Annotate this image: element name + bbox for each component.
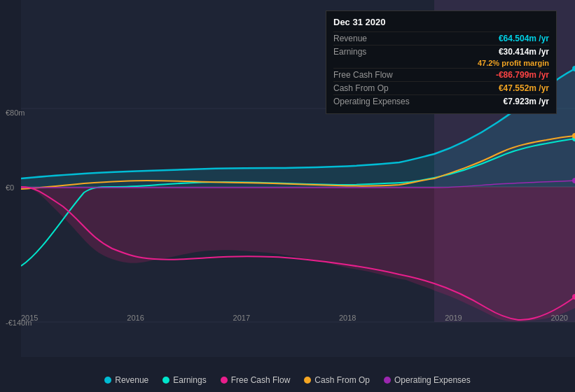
x-label-2015: 2015 <box>21 314 38 322</box>
x-label-2019: 2019 <box>445 314 462 322</box>
tooltip-value-margin: 47.2% profit margin <box>478 59 549 67</box>
legend-dot-cashop <box>304 377 311 384</box>
x-axis-labels: 2015 2016 2017 2018 2019 2020 <box>21 314 568 322</box>
tooltip-label-cashop: Cash From Op <box>333 83 389 93</box>
legend-dot-fcf <box>221 377 228 384</box>
legend-dot-opex <box>384 377 391 384</box>
legend-dot-revenue <box>104 377 111 384</box>
tooltip-label-earnings: Earnings <box>333 47 366 57</box>
tooltip-row-fcf: Free Cash Flow -€86.799m /yr <box>333 68 549 81</box>
y-label-0: €0 <box>6 183 14 192</box>
legend-label-fcf: Free Cash Flow <box>231 375 291 385</box>
legend-item-cashop[interactable]: Cash From Op <box>304 375 370 385</box>
tooltip-value-revenue: €64.504m /yr <box>499 34 549 43</box>
x-label-2020: 2020 <box>550 314 567 322</box>
legend-item-fcf[interactable]: Free Cash Flow <box>221 375 291 385</box>
y-label-80: €80m <box>6 108 25 117</box>
tooltip-value-fcf: -€86.799m /yr <box>496 70 549 80</box>
legend-item-opex[interactable]: Operating Expenses <box>384 375 471 385</box>
tooltip-row-earnings: Earnings €30.414m /yr <box>333 45 549 58</box>
x-label-2017: 2017 <box>233 314 250 322</box>
legend-dot-earnings <box>162 377 169 384</box>
legend: Revenue Earnings Free Cash Flow Cash Fro… <box>0 375 575 385</box>
tooltip-label-opex: Operating Expenses <box>333 97 410 106</box>
tooltip-row-revenue: Revenue €64.504m /yr <box>333 31 549 45</box>
chart-area: €80m €0 -€140m 2015 2016 2017 2018 2019 … <box>0 0 575 357</box>
tooltip-row-cashop: Cash From Op €47.552m /yr <box>333 81 549 94</box>
legend-label-revenue: Revenue <box>115 375 148 385</box>
tooltip-value-earnings: €30.414m /yr <box>499 47 549 57</box>
legend-item-earnings[interactable]: Earnings <box>162 375 206 385</box>
legend-item-revenue[interactable]: Revenue <box>104 375 148 385</box>
tooltip-row-margin: 47.2% profit margin <box>333 58 549 68</box>
tooltip-label-revenue: Revenue <box>333 34 367 43</box>
tooltip-box: Dec 31 2020 Revenue €64.504m /yr Earning… <box>326 10 557 114</box>
legend-label-cashop: Cash From Op <box>314 375 370 385</box>
x-label-2016: 2016 <box>127 314 144 322</box>
tooltip-value-cashop: €47.552m /yr <box>499 83 549 93</box>
tooltip-title: Dec 31 2020 <box>333 17 549 27</box>
tooltip-row-opex: Operating Expenses €7.923m /yr <box>333 94 549 108</box>
legend-label-earnings: Earnings <box>173 375 206 385</box>
x-label-2018: 2018 <box>339 314 356 322</box>
tooltip-value-opex: €7.923m /yr <box>504 97 549 106</box>
tooltip-label-fcf: Free Cash Flow <box>333 70 393 80</box>
legend-label-opex: Operating Expenses <box>394 375 471 385</box>
